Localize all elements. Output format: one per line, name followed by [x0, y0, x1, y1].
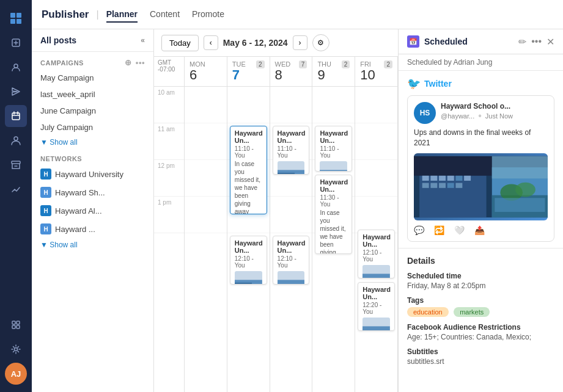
next-arrow[interactable]: ›: [293, 35, 307, 50]
tweet-image: [414, 153, 548, 220]
network-label-2: Hayward Sh...: [55, 188, 105, 197]
svg-rect-9: [12, 321, 15, 324]
event-tue-1-time: 11:10 - You: [235, 145, 262, 159]
svg-rect-20: [235, 280, 262, 285]
campaigns-header-actions: ⊕ •••: [125, 58, 145, 67]
campaigns-more-icon[interactable]: •••: [136, 58, 145, 67]
svg-point-46: [515, 182, 535, 197]
svg-rect-6: [12, 113, 20, 120]
edit-icon[interactable]: ✏: [518, 36, 526, 48]
cal-tue-num: 7: [232, 68, 246, 82]
event-thu-2[interactable]: Hayward Un... 11:30 - You In case you mi…: [315, 175, 352, 254]
sidebar-icon-calendar[interactable]: [5, 105, 27, 127]
calendar-grid: GMT -07:00 Mon 6 Tue: [154, 57, 398, 392]
campaign-item-may[interactable]: May Campaign: [32, 70, 153, 86]
event-fri-1[interactable]: Hayward Un... 12:10 - You ⬛🖼: [358, 230, 395, 278]
sidebar-icon-archive[interactable]: [5, 154, 27, 176]
campaign-item-april[interactable]: last_week_april: [32, 86, 153, 103]
sidebar-icon-compose[interactable]: [5, 32, 27, 54]
cal-col-tue: Hayward Un... 11:10 - You In case you mi…: [227, 87, 270, 392]
svg-rect-41: [455, 183, 462, 187]
campaigns-add-icon[interactable]: ⊕: [125, 58, 132, 67]
event-wed-1-title: Hayward Un...: [278, 129, 305, 144]
svg-rect-40: [447, 183, 454, 187]
event-fri-1-time: 12:10 - You: [362, 249, 390, 263]
event-tue-2[interactable]: Hayward Un... 12:10 - You ⬛🖼: [230, 236, 267, 285]
detail-fb-value: Age: 15+; Countries: Canada, Mexico;: [407, 333, 554, 341]
sidebar-icon-send[interactable]: [5, 81, 27, 103]
right-panel-header: 📅 Scheduled ✏ ••• ✕: [399, 29, 563, 54]
event-thu-1-title: Hayward Un...: [320, 129, 347, 144]
campaign-item-july[interactable]: July Campaign: [32, 119, 153, 136]
sidebar-icon-logo[interactable]: [5, 7, 27, 29]
svg-point-13: [15, 348, 18, 351]
sidebar-icon-avatar[interactable]: AJ: [5, 363, 27, 385]
sidebar-icon-settings[interactable]: [5, 338, 27, 360]
close-icon[interactable]: ✕: [546, 36, 554, 48]
tag-education[interactable]: education: [407, 307, 449, 317]
network-hayward-al[interactable]: H Hayward Al...: [32, 201, 153, 220]
cal-time-col: 10 am 11 am 12 pm 1 pm: [154, 87, 185, 392]
detail-scheduled-time-value: Friday, May 8 at 2:05pm: [407, 281, 554, 290]
nav-links: Planner Content Promote: [106, 7, 224, 23]
cal-tue-badge: 2: [256, 60, 265, 68]
event-fri-1-img: [362, 265, 390, 278]
top-nav: Publisher | Planner Content Promote: [32, 0, 563, 29]
event-fri-2[interactable]: Hayward Un... 12:20 - You ⬛🖼: [358, 282, 395, 331]
today-button[interactable]: Today: [161, 35, 199, 51]
network-hayward-4[interactable]: H Hayward ...: [32, 220, 153, 238]
event-thu-1[interactable]: Hayward Un... 11:10 - You: [315, 126, 352, 172]
nav-link-promote[interactable]: Promote: [192, 7, 224, 23]
event-thu-2-body: In case you missed it, we have been givi…: [320, 209, 347, 254]
network-label-4: Hayward ...: [55, 225, 95, 234]
tweet-share-btn[interactable]: 📤: [474, 225, 485, 235]
event-tue-1[interactable]: Hayward Un... 11:10 - You In case you mi…: [230, 126, 267, 214]
calendar-settings-btn[interactable]: ⚙: [312, 34, 329, 51]
event-wed-2[interactable]: Hayward Un... 12:10 - You: [273, 236, 310, 285]
network-label-1: Hayward University: [55, 170, 123, 179]
more-icon[interactable]: •••: [531, 36, 542, 48]
sidebar-icon-users[interactable]: [5, 56, 27, 78]
cal-wed-num: 8: [275, 68, 291, 82]
campaign-item-june[interactable]: June Campaign: [32, 103, 153, 119]
nav-link-content[interactable]: Content: [150, 7, 180, 23]
campaigns-section-header: CAMPAIGNS ⊕ •••: [32, 52, 153, 70]
svg-rect-3: [17, 19, 21, 24]
cal-header-mon: Mon 6: [185, 57, 227, 86]
network-hayward-univ[interactable]: H Hayward University: [32, 165, 153, 183]
networks-show-all[interactable]: ▼ Show all: [32, 238, 153, 252]
nav-link-planner[interactable]: Planner: [106, 7, 138, 23]
cal-thu-num: 9: [317, 68, 331, 82]
publisher-main: Publisher | Planner Content Promote All …: [32, 0, 563, 392]
svg-rect-11: [12, 325, 15, 328]
svg-rect-39: [439, 183, 446, 187]
twitter-label: 🐦 Twitter: [407, 77, 554, 90]
gmt-label: GMT -07:00: [154, 57, 185, 86]
svg-rect-35: [455, 175, 462, 180]
event-tue-2-title: Hayward Un...: [235, 239, 262, 254]
brand-title: Publisher: [42, 9, 89, 21]
event-wed-1[interactable]: Hayward Un... 11:10 - You ⬛🖼: [273, 126, 310, 175]
campaigns-label: CAMPAIGNS: [40, 59, 84, 67]
cal-header-thu: Thu 9 2: [312, 57, 355, 86]
tweet-reply-btn[interactable]: 💬: [414, 225, 424, 235]
sidebar-icon-person[interactable]: [5, 129, 27, 151]
twitter-section: 🐦 Twitter HS Hayward School o... @haywar…: [399, 71, 563, 248]
all-posts-header: All posts «: [32, 29, 153, 52]
tag-markets[interactable]: markets: [454, 307, 490, 317]
collapse-btn[interactable]: «: [141, 36, 145, 45]
sidebar-icon-chart[interactable]: [5, 178, 27, 200]
tweet-retweet-btn[interactable]: 🔁: [434, 225, 444, 235]
tweet-user-row: HS Hayward School o... @haywar... • Just…: [414, 102, 548, 124]
svg-rect-44: [492, 156, 548, 178]
cal-wed-badge: 7: [299, 60, 307, 68]
network-hayward-sh[interactable]: H Hayward Sh...: [32, 183, 153, 201]
event-thu-2-time: 11:30 - You: [320, 194, 347, 208]
detail-subtitles-label: Subtitles: [407, 347, 554, 356]
sidebar-icon-grid[interactable]: [5, 314, 27, 336]
prev-arrow[interactable]: ‹: [204, 35, 218, 50]
cal-body: 10 am 11 am 12 pm 1 pm: [154, 87, 398, 392]
campaigns-show-all[interactable]: ▼ Show all: [32, 136, 153, 149]
tweet-like-btn[interactable]: 🤍: [454, 225, 465, 235]
event-fri-2-time: 12:20 - You: [362, 302, 390, 315]
